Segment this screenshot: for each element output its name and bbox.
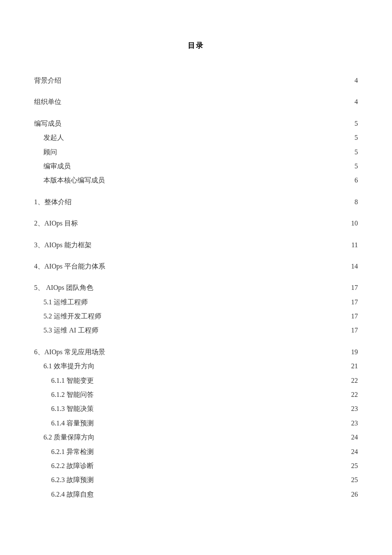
toc-entry: 6.1.2 智能问答22 xyxy=(34,390,358,399)
toc-entry: 6、AIOps 常见应用场景19 xyxy=(34,347,358,357)
toc-entry-page: 24 xyxy=(351,447,358,457)
toc-entry: 编审成员5 xyxy=(34,162,358,171)
toc-entry: 4、AIOps 平台能力体系14 xyxy=(34,262,358,271)
toc-entry-label: 6.1.4 容量预测 xyxy=(51,419,94,428)
toc-entry-page: 10 xyxy=(351,219,358,228)
toc-page: 目录 背景介绍4组织单位4编写成员5发起人5顾问5编审成员5本版本核心编写成员6… xyxy=(0,0,392,542)
toc-entry-label: 5、 AIOps 团队角色 xyxy=(34,283,93,292)
toc-entry-page: 23 xyxy=(351,419,358,428)
toc-entry: 6.2.2 故障诊断25 xyxy=(34,461,358,471)
toc-entry-page: 6 xyxy=(355,176,358,185)
toc-entry: 组织单位4 xyxy=(34,97,358,107)
toc-entry: 编写成员5 xyxy=(34,119,358,128)
toc-entry-label: 6.2.2 故障诊断 xyxy=(51,461,94,471)
toc-entry-label: 6.1.1 智能变更 xyxy=(51,376,94,385)
toc-entry: 6.1.3 智能决策23 xyxy=(34,404,358,413)
toc-entry-page: 4 xyxy=(355,97,358,107)
toc-entry-page: 23 xyxy=(351,404,358,413)
toc-entry-page: 17 xyxy=(351,312,358,321)
toc-entry-label: 6.2.4 故障自愈 xyxy=(51,490,94,499)
toc-entry-label: 6.1.2 智能问答 xyxy=(51,390,94,399)
toc-entry-page: 25 xyxy=(351,475,358,485)
toc-entry-label: 本版本核心编写成员 xyxy=(43,176,105,185)
toc-entry-page: 5 xyxy=(355,162,358,171)
toc-entry-page: 5 xyxy=(355,119,358,128)
toc-entry-page: 19 xyxy=(351,347,358,357)
toc-entry-label: 5.3 运维 AI 工程师 xyxy=(43,326,98,335)
toc-entry-label: 3、AIOps 能力框架 xyxy=(34,240,92,250)
toc-entry: 6.2.1 异常检测24 xyxy=(34,447,358,457)
toc-entry-page: 17 xyxy=(351,326,358,335)
toc-entry: 6.1 效率提升方向21 xyxy=(34,361,358,371)
toc-entry-label: 4、AIOps 平台能力体系 xyxy=(34,262,105,271)
toc-entry-page: 17 xyxy=(351,298,358,307)
toc-entry: 发起人5 xyxy=(34,133,358,142)
toc-entry-label: 5.1 运维工程师 xyxy=(43,298,88,307)
toc-entry: 5.3 运维 AI 工程师17 xyxy=(34,326,358,335)
toc-entry: 本版本核心编写成员6 xyxy=(34,176,358,185)
toc-entry-page: 8 xyxy=(355,197,358,207)
toc-entry-page: 22 xyxy=(351,376,358,385)
toc-entry: 5.1 运维工程师17 xyxy=(34,298,358,307)
toc-entry-page: 11 xyxy=(352,240,358,250)
toc-entry-label: 6.2.1 异常检测 xyxy=(51,447,94,457)
toc-entry: 6.2.3 故障预测25 xyxy=(34,475,358,485)
toc-entry-label: 编审成员 xyxy=(43,162,71,171)
toc-entry-page: 26 xyxy=(351,490,358,499)
toc-entry-page: 14 xyxy=(351,262,358,271)
toc-entry-page: 5 xyxy=(355,133,358,142)
toc-entry-page: 25 xyxy=(351,461,358,471)
toc-entry-label: 5.2 运维开发工程师 xyxy=(43,312,101,321)
toc-entry-label: 组织单位 xyxy=(34,97,61,107)
toc-entry-label: 6.2.3 故障预测 xyxy=(51,475,94,485)
toc-entry-label: 6、AIOps 常见应用场景 xyxy=(34,347,105,357)
toc-entry: 顾问5 xyxy=(34,147,358,157)
toc-entry: 5.2 运维开发工程师17 xyxy=(34,312,358,321)
toc-entry: 6.2.4 故障自愈26 xyxy=(34,490,358,499)
toc-entry-label: 6.2 质量保障方向 xyxy=(43,433,95,442)
toc-entry-page: 4 xyxy=(355,76,358,85)
toc-entry-page: 22 xyxy=(351,390,358,399)
toc-entry-label: 背景介绍 xyxy=(34,76,61,85)
toc-entry-label: 6.1 效率提升方向 xyxy=(43,361,95,371)
toc-list: 背景介绍4组织单位4编写成员5发起人5顾问5编审成员5本版本核心编写成员61、整… xyxy=(34,76,358,499)
toc-entry-label: 编写成员 xyxy=(34,119,61,128)
toc-entry: 3、AIOps 能力框架11 xyxy=(34,240,358,250)
toc-entry-label: 6.1.3 智能决策 xyxy=(51,404,94,413)
toc-entry: 6.1.1 智能变更22 xyxy=(34,376,358,385)
toc-entry-page: 24 xyxy=(351,433,358,442)
toc-entry: 6.2 质量保障方向24 xyxy=(34,433,358,442)
toc-entry: 背景介绍4 xyxy=(34,76,358,85)
toc-entry-page: 21 xyxy=(351,361,358,371)
toc-entry-label: 顾问 xyxy=(43,147,57,157)
toc-entry: 2、AIOps 目标10 xyxy=(34,219,358,228)
toc-entry-page: 5 xyxy=(355,147,358,157)
toc-entry-label: 1、整体介绍 xyxy=(34,197,72,207)
toc-entry-page: 17 xyxy=(351,283,358,292)
toc-entry: 5、 AIOps 团队角色17 xyxy=(34,283,358,292)
toc-entry: 6.1.4 容量预测23 xyxy=(34,419,358,428)
toc-entry: 1、整体介绍8 xyxy=(34,197,358,207)
toc-entry-label: 2、AIOps 目标 xyxy=(34,219,78,228)
toc-title: 目录 xyxy=(34,40,358,50)
toc-entry-label: 发起人 xyxy=(43,133,64,142)
